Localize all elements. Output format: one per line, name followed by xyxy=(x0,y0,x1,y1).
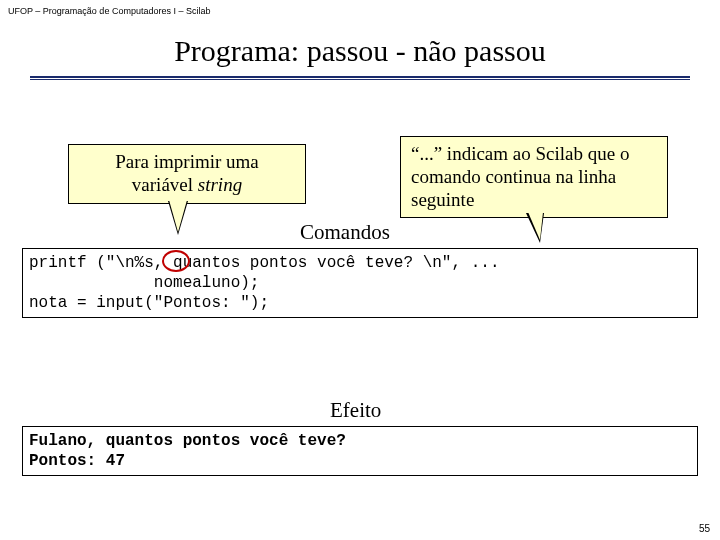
callout-right-tail-fill xyxy=(528,212,543,240)
callout-left-line2-em: string xyxy=(198,174,242,195)
callout-right: “...” indicam ao Scilab que o comando co… xyxy=(400,136,668,218)
slide-number: 55 xyxy=(699,523,710,534)
callout-left-line1: Para imprimir uma xyxy=(115,151,259,172)
label-efeito: Efeito xyxy=(330,398,381,423)
callout-left: Para imprimir uma variável string xyxy=(68,144,306,204)
title-underline xyxy=(30,76,690,80)
slide-title: Programa: passou - não passou xyxy=(0,34,720,68)
label-comandos: Comandos xyxy=(300,220,390,245)
code-comandos: printf ("\n%s, quantos pontos você teve?… xyxy=(22,248,698,318)
code-efeito: Fulano, quantos pontos você teve? Pontos… xyxy=(22,426,698,476)
course-header: UFOP – Programação de Computadores I – S… xyxy=(8,6,210,16)
callout-left-tail-fill xyxy=(169,200,187,232)
highlight-circle-icon xyxy=(162,250,190,272)
callout-left-line2-pre: variável xyxy=(132,174,198,195)
